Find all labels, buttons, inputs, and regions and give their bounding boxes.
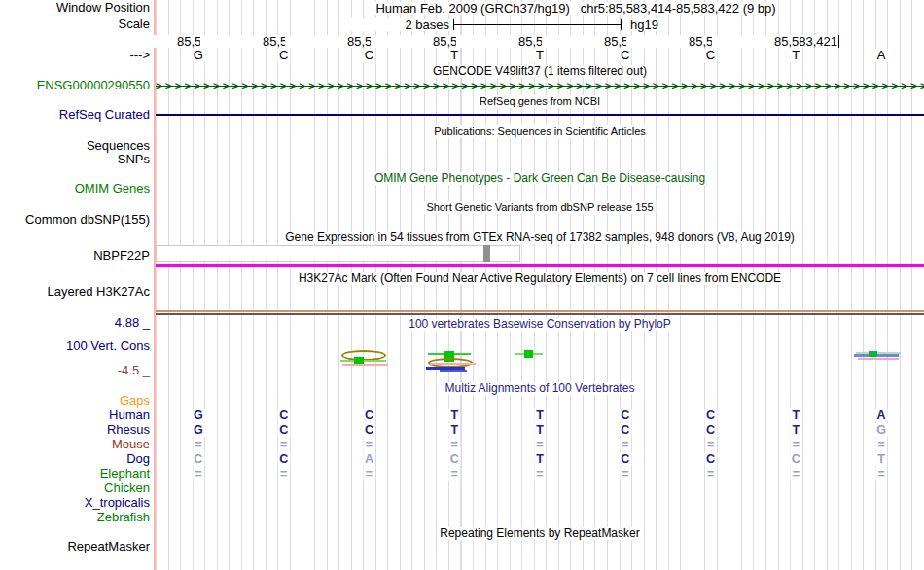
omim-genes-label[interactable]: OMIM Genes [0,182,150,196]
window-position-label: Window Position [0,1,150,15]
conservation-glyph-line [858,358,899,360]
alignment-base: C [704,423,717,437]
alignment-base: C [448,452,461,466]
gtex-gene-label[interactable]: NBPF22P [0,249,150,263]
h3k27ac-baseline [156,310,924,312]
alignment-base: = [364,438,374,451]
species-label-rhesus[interactable]: Rhesus [0,423,150,437]
scale-value: 2 bases [351,18,450,31]
alignment-base: C [704,409,717,422]
species-label-elephant[interactable]: Elephant [0,467,150,481]
gencode-track-title: GENCODE V49lift37 (1 items filtered out) [430,65,650,78]
reference-base: T [448,49,460,62]
phylop-track-title: 100 vertebrates Basewise Conservation by… [406,318,673,331]
repeatmasker-label[interactable]: RepeatMasker [0,540,150,553]
alignment-base: = [791,467,801,481]
h3k27ac-label[interactable]: Layered H3K27Ac [0,285,150,299]
conservation-glyph-line [342,364,388,366]
alignment-base: A [875,409,888,422]
refseq-gene-line[interactable] [156,114,924,116]
alignment-base: G [192,409,205,422]
species-label-gaps[interactable]: Gaps [0,394,150,408]
alignment-base: C [704,452,717,466]
alignment-base: = [534,467,545,481]
ruler-tick [838,35,839,48]
phylop-top-border [156,313,924,315]
alignment-base: G [192,423,205,437]
reference-base: C [619,49,631,62]
alignment-base: = [449,467,460,481]
assembly-label: hg19 [629,18,659,31]
gencode-gene-label[interactable]: ENSG00000290550 [0,79,150,92]
scale-label: Scale [0,18,150,31]
alignment-base: = [620,467,630,481]
species-label-mouse[interactable]: Mouse [0,438,150,451]
reference-base: C [277,49,290,62]
gtex-gene-bar[interactable] [156,264,924,267]
alignment-base: = [875,438,886,451]
alignment-base: C [619,452,631,466]
reference-base: T [790,49,801,62]
gtex-expression-marker[interactable] [483,245,490,262]
reference-base: C [704,49,717,62]
position-title: Human Feb. 2009 (GRCh37/hg19) chr5:85,58… [373,2,778,15]
alignment-base: T [448,423,460,437]
conservation-glyph-line [430,363,476,365]
dbsnp-label[interactable]: Common dbSNP(155) [0,213,150,227]
refseq-track-title: RefSeq genes from NCBI [477,95,603,108]
reference-base: G [192,49,205,62]
species-label-chicken[interactable]: Chicken [0,481,150,495]
repeatmasker-track-title: Repeating Elements by RepeatMasker [437,527,642,540]
species-label-dog[interactable]: Dog [0,452,150,466]
alignment-base: = [364,467,374,481]
scale-bar-right-tick [621,19,622,30]
phylop-min-limit: -4.5 _ [0,364,150,377]
gencode-strand-arrows[interactable]: >>>>>>>>>>>>>>>>>>>>>>>>>>>>>>>>>>>>>>>>… [156,79,924,92]
alignment-base: = [449,438,460,451]
alignment-base: = [791,438,801,451]
alignment-base: C [277,452,290,466]
reference-base: T [534,49,546,62]
sequences-label[interactable]: Sequences [0,139,150,153]
dbsnp-track-title: Short Genetic Variants from dbSNP releas… [423,201,656,214]
alignment-base: C [619,423,631,437]
h3k27ac-track-title: H3K27Ac Mark (Often Found Near Active Re… [296,272,784,285]
scale-bar-left-tick [453,19,454,30]
conservation-glyph-square [869,351,877,357]
reference-base: C [363,49,375,62]
multiz-track-title: Multiz Alignments of 100 Vertebrates [443,382,638,395]
omim-track-title: OMIM Gene Phenotypes - Dark Green Can Be… [372,172,708,185]
alignment-base: C [790,452,802,466]
phylop-label[interactable]: 100 Vert. Cons [0,339,150,353]
alignment-base: = [705,438,716,451]
reference-base: A [875,49,888,62]
alignment-base: T [791,409,802,422]
alignment-base: = [193,438,203,451]
alignment-base: = [278,467,289,481]
refseq-curated-label[interactable]: RefSeq Curated [0,108,150,122]
alignment-base: T [534,409,546,422]
species-label-zebrafish[interactable]: Zebrafish [0,511,150,524]
genome-browser-image: Window Position Scale chr5: ---> Human F… [0,0,924,570]
conservation-glyph-line [440,370,467,372]
alignment-base: = [875,467,886,481]
alignment-base: T [534,423,546,437]
alignment-base: = [620,438,630,451]
gtex-track-title: Gene Expression in 54 tissues from GTEx … [282,232,798,244]
species-label-human[interactable]: Human [0,409,150,422]
alignment-base: = [193,467,203,481]
snps-label[interactable]: SNPs [0,153,150,166]
ruler-position-number: 85,583,421 [712,35,838,48]
alignment-base: A [363,452,375,466]
conservation-glyph-square [524,350,533,358]
alignment-base: = [278,438,289,451]
publications-track-title: Publications: Sequences in Scientific Ar… [431,125,649,138]
strand-label: ---> [0,49,150,62]
phylop-max-limit: 4.88 _ [0,316,150,330]
alignment-base: G [874,423,888,437]
species-label-x_tropicalis[interactable]: X_tropicalis [0,496,150,510]
alignment-base: C [192,452,204,466]
alignment-base: T [791,423,802,437]
gtex-expression-box[interactable] [156,245,520,262]
scale-bar-line [453,24,622,25]
